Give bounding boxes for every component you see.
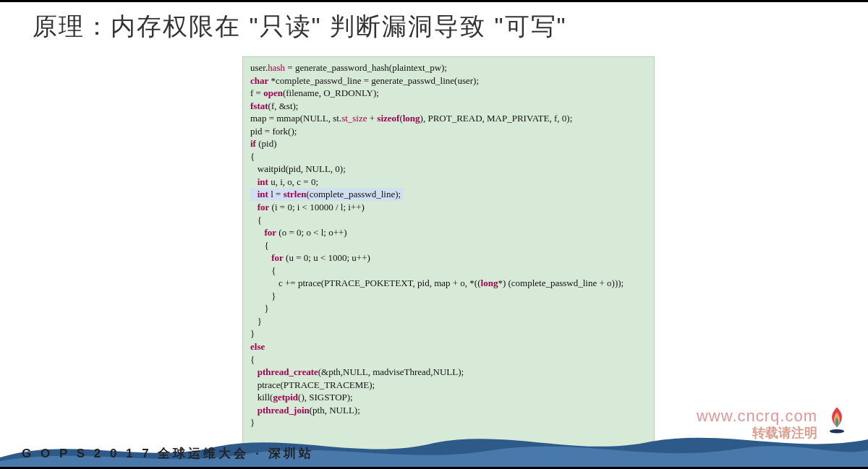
code-text: [250, 227, 265, 238]
code-keyword: int: [258, 176, 268, 187]
highlighted-line: int l = strlen(complete_passwd_line);: [250, 188, 404, 201]
code-keyword: for: [271, 252, 284, 263]
code-text: [250, 252, 271, 263]
slide-title: 原理：内存权限在 "只读" 判断漏洞导致 "可写": [33, 10, 567, 43]
code-keyword: if: [250, 138, 256, 149]
code-fn: fstat: [250, 100, 268, 111]
code-fn: open: [263, 87, 283, 98]
code-keyword: int: [258, 189, 268, 199]
code-fn: strlen: [284, 189, 307, 199]
code-text: [250, 189, 258, 199]
code-text: ), PROT_READ, MAP_PRIVATE, f, 0);: [420, 113, 573, 124]
code-text: }: [250, 316, 262, 327]
code-text: }: [250, 417, 255, 428]
code-text: (u = 0; u < 1000; u++): [284, 252, 370, 263]
conference-label: GOPS2017 Shenzhen: [814, 446, 855, 462]
code-text: c += ptrace(PTRACE_POKETEXT, pid, map + …: [250, 277, 481, 288]
code-member: hash: [268, 62, 285, 73]
code-text: }: [250, 291, 276, 301]
code-text: = generate_password_hash(plaintext_pw);: [285, 62, 447, 73]
code-fn: getpid: [273, 392, 298, 403]
code-text: user.: [250, 62, 268, 73]
code-text: (&pth,NULL, madviseThread,NULL);: [318, 366, 464, 377]
code-text: }: [250, 328, 255, 339]
code-text: +: [367, 113, 378, 124]
code-text: [250, 366, 258, 377]
watermark-url: www.cncrq.com: [697, 407, 817, 426]
code-text: (f, &st);: [268, 100, 299, 111]
code-text: }: [250, 303, 269, 314]
code-text: map = mmap(NULL, st.: [250, 113, 341, 124]
flame-logo-icon: [820, 404, 854, 437]
code-text: pid = fork();: [250, 126, 297, 137]
code-text: f =: [250, 87, 263, 98]
code-text: [250, 405, 258, 416]
code-text: {: [250, 265, 276, 276]
footer-text: G O P S 2 0 1 7 全球运维大会 · 深圳站: [22, 445, 314, 462]
code-text: waitpid(pid, NULL, 0);: [250, 163, 346, 174]
code-text: {: [250, 151, 255, 162]
code-fn: pthread_join: [258, 405, 310, 416]
code-text: *complete_passwd_line = generate_passwd_…: [268, 75, 479, 86]
code-keyword: long: [481, 277, 498, 288]
svg-point-0: [830, 429, 844, 434]
code-text: (filename, O_RDONLY);: [283, 87, 379, 98]
code-keyword: for: [265, 227, 277, 238]
code-keyword: else: [250, 341, 265, 352]
code-text: *) (complete_passwd_line + o)));: [498, 277, 624, 288]
top-border: [0, 0, 868, 2]
code-text: (pth, NULL);: [310, 405, 360, 416]
conf-sub: Shenzhen: [814, 455, 855, 462]
code-text: (o = 0; o < l; o++): [276, 227, 347, 238]
code-string: "Done for exploit to root privilege with…: [284, 455, 490, 466]
code-text: ptrace(PTRACE_TRACEME);: [250, 379, 375, 390]
code-keyword: long: [403, 113, 420, 124]
code-member: st_size: [341, 113, 367, 124]
code-text: {: [250, 215, 262, 225]
code-text: (complete_passwd_line);: [306, 189, 401, 199]
code-keyword: char: [250, 75, 268, 86]
code-text: kill(: [250, 392, 273, 403]
code-text: l =: [268, 189, 284, 199]
code-fn: pthread_create: [258, 366, 318, 377]
code-keyword: for: [258, 202, 270, 212]
code-text: (), SIGSTOP);: [298, 392, 353, 403]
code-block: user.hash = generate_password_hash(plain…: [242, 56, 655, 469]
code-member: username: [512, 455, 548, 466]
code-keyword: sizeof: [377, 113, 399, 124]
code-text: );: [548, 455, 554, 466]
code-text: (pid): [256, 138, 277, 149]
code-text: {: [250, 354, 255, 365]
watermark-note: 转载请注明: [752, 424, 817, 442]
code-text: {: [250, 240, 269, 251]
code-text: u, i, o, c = 0;: [268, 176, 318, 187]
slide: 原理：内存权限在 "只读" 判断漏洞导致 "可写" user.hash = ge…: [0, 0, 868, 469]
code-text: [250, 202, 258, 212]
code-text: , user.: [490, 455, 513, 466]
code-text: [250, 176, 258, 187]
code-text: (i = 0; i < 10000 / l; i++): [269, 202, 365, 212]
